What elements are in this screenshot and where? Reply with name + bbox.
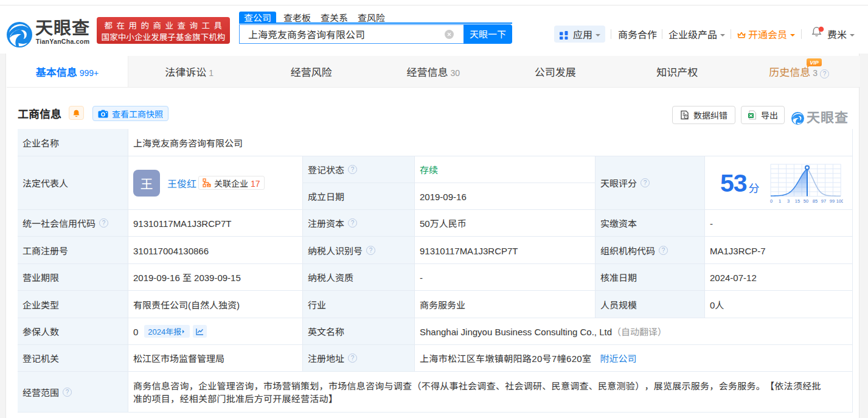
svg-text:企: 企 bbox=[207, 183, 210, 187]
svg-text:1: 1 bbox=[779, 198, 781, 204]
svg-text:50: 50 bbox=[803, 198, 808, 204]
svg-text:97: 97 bbox=[821, 198, 825, 204]
svg-text:15: 15 bbox=[794, 198, 799, 204]
svg-text:3: 3 bbox=[787, 198, 790, 204]
svg-text:0: 0 bbox=[770, 198, 773, 204]
svg-text:85: 85 bbox=[812, 198, 817, 204]
svg-text:99: 99 bbox=[829, 198, 834, 204]
svg-text:100: 100 bbox=[836, 198, 842, 204]
